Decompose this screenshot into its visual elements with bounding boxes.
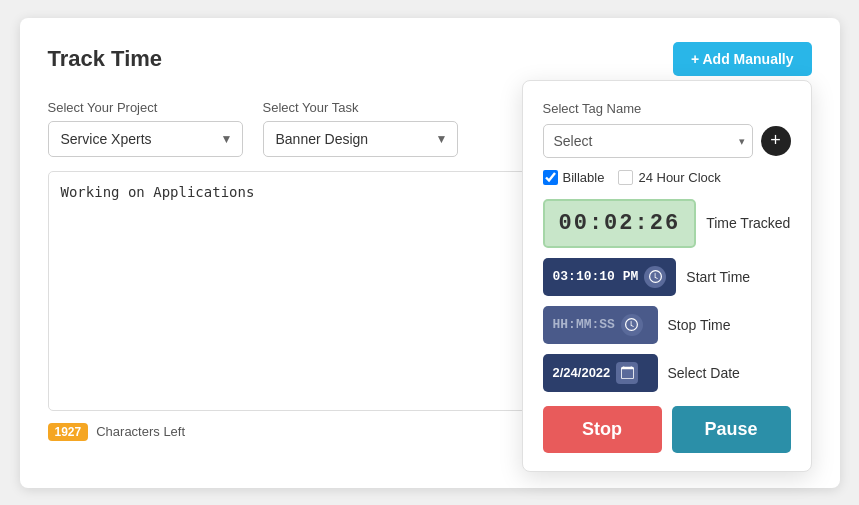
stop-button[interactable]: Stop (543, 406, 662, 453)
billable-label: Billable (563, 170, 605, 185)
tag-select-wrapper: Select ▾ (543, 124, 753, 158)
start-time-value: 03:10:10 PM (553, 269, 639, 284)
task-select-wrapper: Banner Design ▼ (263, 121, 458, 157)
task-select[interactable]: Banner Design (263, 121, 458, 157)
timer-display: 00:02:26 (543, 199, 697, 248)
start-time-label: Start Time (686, 269, 790, 285)
header-row: Track Time + Add Manually (48, 42, 812, 76)
stop-clock-icon (621, 314, 643, 336)
clock-label: 24 Hour Clock (638, 170, 720, 185)
project-select-wrapper: Service Xperts ▼ (48, 121, 243, 157)
tag-select[interactable]: Select (543, 124, 753, 158)
project-label: Select Your Project (48, 100, 243, 115)
tag-row: Select ▾ + (543, 124, 791, 158)
start-time-button[interactable]: 03:10:10 PM (543, 258, 677, 296)
billable-group: Billable (543, 170, 605, 185)
task-group: Select Your Task Banner Design ▼ (263, 100, 458, 157)
date-value: 2/24/2022 (553, 365, 611, 380)
stop-time-label: Stop Time (668, 317, 791, 333)
main-card: Track Time + Add Manually Select Your Pr… (20, 18, 840, 488)
tag-label: Select Tag Name (543, 101, 791, 116)
notes-textarea[interactable]: Working on Applications (48, 171, 528, 411)
action-row: Stop Pause (543, 406, 791, 453)
stop-time-button[interactable]: HH:MM:SS (543, 306, 658, 344)
stop-time-placeholder: HH:MM:SS (553, 317, 615, 332)
add-tag-button[interactable]: + (761, 126, 791, 156)
chars-badge: 1927 (48, 423, 89, 441)
clock-group: 24 Hour Clock (618, 170, 720, 185)
calendar-icon (616, 362, 638, 384)
chars-label: Characters Left (96, 424, 185, 439)
start-time-row: 03:10:10 PM Start Time (543, 258, 791, 296)
time-tracked-label: Time Tracked (706, 215, 790, 231)
date-row: 2/24/2022 Select Date (543, 354, 791, 392)
clock-checkbox-box (618, 170, 633, 185)
task-label: Select Your Task (263, 100, 458, 115)
project-select[interactable]: Service Xperts (48, 121, 243, 157)
start-clock-icon (644, 266, 666, 288)
project-group: Select Your Project Service Xperts ▼ (48, 100, 243, 157)
pause-button[interactable]: Pause (672, 406, 791, 453)
date-button[interactable]: 2/24/2022 (543, 354, 658, 392)
stop-time-row: HH:MM:SS Stop Time (543, 306, 791, 344)
billable-row: Billable 24 Hour Clock (543, 170, 791, 185)
tracked-row: 00:02:26 Time Tracked (543, 199, 791, 248)
date-label: Select Date (668, 365, 791, 381)
page-title: Track Time (48, 46, 163, 72)
popup-panel: Select Tag Name Select ▾ + Billable 24 H… (522, 80, 812, 472)
plus-icon: + (770, 130, 781, 151)
add-manually-button[interactable]: + Add Manually (673, 42, 812, 76)
billable-checkbox[interactable] (543, 170, 558, 185)
